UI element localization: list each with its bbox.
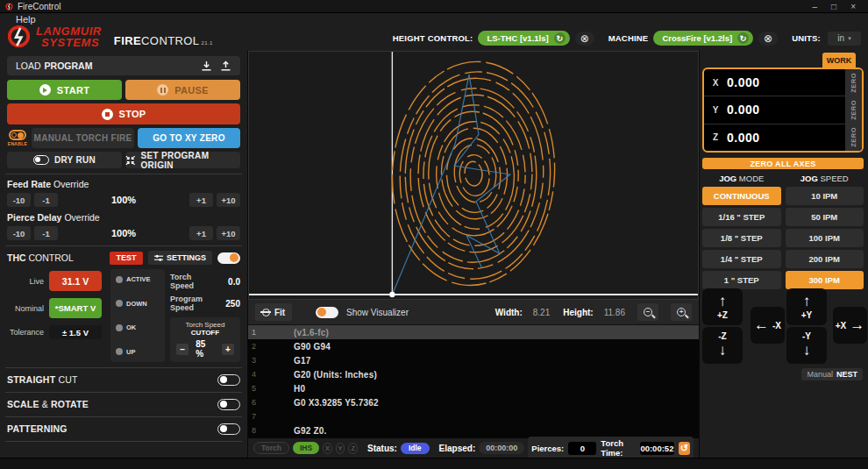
- jog-x-plus-button[interactable]: +X→: [833, 307, 867, 344]
- start-button[interactable]: START: [7, 80, 122, 100]
- pierce-minus-1-button[interactable]: -1: [34, 226, 58, 240]
- jog-mode-column: JOG MODE CONTINUOUS 1/16 " STEP 1/8 " ST…: [702, 173, 781, 289]
- load-program-button[interactable]: LOADPROGRAM: [7, 56, 240, 75]
- refresh-icon[interactable]: ↻: [737, 32, 749, 44]
- straight-cut-toggle[interactable]: [217, 374, 240, 386]
- jog-panel: WORK X 0.000 ZERO Y 0.000 ZERO Z 0.000 Z…: [699, 51, 868, 458]
- gcode-line[interactable]: 5H0: [248, 381, 699, 395]
- close-button[interactable]: ×: [850, 0, 856, 13]
- jog-y-plus-button[interactable]: ↑+Y: [786, 288, 827, 325]
- feed-minus-10-button[interactable]: -10: [7, 193, 31, 207]
- cutoff-value: 85 %: [196, 339, 215, 359]
- patterning-toggle[interactable]: [217, 423, 240, 435]
- zoom-in-button[interactable]: +: [671, 303, 692, 321]
- pierce-plus-10-button[interactable]: +10: [217, 226, 240, 240]
- download-icon[interactable]: [201, 60, 212, 72]
- go-to-xy-zero-button[interactable]: GO TO XY ZERO: [138, 128, 240, 148]
- fit-button[interactable]: Fit: [255, 303, 292, 321]
- gcode-line[interactable]: 8G92 Z0.: [248, 423, 699, 437]
- reset-timers-button[interactable]: ↺: [679, 442, 690, 455]
- jog-z-minus-button[interactable]: -Z↓: [702, 327, 743, 364]
- show-visualizer-toggle[interactable]: [316, 307, 338, 318]
- gcode-line-current[interactable]: 1(v1.6-fc): [248, 325, 699, 339]
- pause-button[interactable]: PAUSE: [125, 80, 240, 100]
- jog-y-minus-button[interactable]: -Y↓: [786, 327, 827, 364]
- jog-speed-200[interactable]: 200 IPM: [786, 250, 864, 268]
- gcode-line[interactable]: 7: [248, 409, 699, 423]
- dro-display: X 0.000 ZERO Y 0.000 ZERO Z 0.000 ZERO: [702, 68, 864, 153]
- pierce-minus-10-button[interactable]: -10: [7, 226, 31, 240]
- jog-mode-sixteenth-step[interactable]: 1/16 " STEP: [702, 208, 781, 226]
- dry-run-button[interactable]: DRY RUN: [7, 152, 122, 168]
- set-program-origin-button[interactable]: SET PROGRAM ORIGIN: [125, 152, 240, 168]
- gcode-line[interactable]: 4G20 (Units: Inches): [248, 367, 699, 381]
- jog-z-plus-button[interactable]: ↑+Z: [702, 288, 743, 325]
- tolerance-value[interactable]: ± 1.5 V: [49, 325, 102, 339]
- stop-button[interactable]: STOP: [7, 103, 240, 124]
- manual-torch-fire-button[interactable]: MANUAL TORCH FIRE: [32, 128, 134, 148]
- brand-top: LANGMUIR: [36, 25, 102, 37]
- gcode-viewer[interactable]: 1(v1.6-fc) 2G90 G94 3G17 4G20 (Units: In…: [248, 325, 699, 438]
- minimize-button[interactable]: –: [813, 0, 818, 13]
- jog-speed-100[interactable]: 100 IPM: [786, 229, 864, 247]
- jog-speed-300[interactable]: 300 IPM: [786, 271, 864, 289]
- height-control-label: HEIGHT CONTROL:: [393, 33, 473, 43]
- thc-test-button[interactable]: TEST: [110, 252, 143, 265]
- jog-mode-continuous[interactable]: CONTINUOUS: [702, 187, 781, 205]
- pause-icon: [157, 84, 168, 96]
- height-control-status[interactable]: LS-THC [v1.1ls]↻: [478, 31, 569, 46]
- program-label: PROGRAM: [45, 60, 93, 71]
- jog-mode-eighth-step[interactable]: 1/8 " STEP: [702, 229, 781, 247]
- units-select[interactable]: in▾: [828, 32, 861, 46]
- maximize-button[interactable]: □: [831, 0, 836, 13]
- load-label: LOAD: [16, 60, 41, 71]
- jog-speed-50[interactable]: 50 IPM: [786, 208, 864, 226]
- zoom-out-button[interactable]: −: [637, 303, 658, 321]
- pierce-plus-1-button[interactable]: +1: [189, 226, 213, 240]
- langmuir-logo-icon: [7, 25, 31, 48]
- patterning-label: PATTERNING: [7, 423, 217, 434]
- jog-pad: ↑+Z -Z↓ ←-X ↑+Y -Y↓ +X→: [702, 288, 865, 366]
- zero-x-button[interactable]: ZERO: [845, 69, 862, 96]
- app-logo-icon: [5, 3, 13, 11]
- disconnect-machine-button[interactable]: ⊗: [758, 32, 778, 46]
- visualizer[interactable]: [248, 51, 699, 300]
- gcode-line[interactable]: 3G17: [248, 353, 699, 367]
- nominal-voltage-value[interactable]: *SMART V: [49, 298, 102, 318]
- machine-status[interactable]: CrossFire [v1.2ls]↻: [653, 31, 753, 46]
- refresh-icon[interactable]: ↻: [554, 32, 566, 44]
- feed-minus-1-button[interactable]: -1: [34, 193, 58, 207]
- cutoff-increase-button[interactable]: +: [222, 344, 234, 355]
- jog-mode-one-inch-step[interactable]: 1 " STEP: [702, 271, 781, 289]
- menu-help[interactable]: Help: [16, 14, 36, 25]
- ok-indicator: [116, 324, 123, 331]
- thc-enable-switch[interactable]: [217, 252, 240, 264]
- gcode-line[interactable]: 2G90 G94: [248, 339, 699, 353]
- manual-nest-toggle[interactable]: Manual NEST: [801, 368, 863, 380]
- thc-settings-button[interactable]: SETTINGS: [148, 251, 212, 265]
- feed-plus-10-button[interactable]: +10: [217, 193, 240, 207]
- tab-work[interactable]: WORK: [822, 53, 856, 68]
- scale-rotate-label: SCALE & ROTATE: [7, 399, 217, 409]
- torch-speed-cutoff: Torch Speed CUTOFF – 85 % +: [170, 317, 240, 362]
- toolpath-visualizer[interactable]: [249, 52, 698, 299]
- zero-all-axes-button[interactable]: ZERO ALL AXES: [702, 158, 864, 169]
- app-window: FireControl – □ × Help LANGMUIR SYSTEMS …: [0, 0, 868, 469]
- cutoff-decrease-button[interactable]: –: [176, 344, 189, 355]
- gcode-line[interactable]: 6G0 X3.9285 Y5.7362: [248, 395, 699, 409]
- disconnect-thc-button[interactable]: ⊗: [575, 32, 594, 46]
- live-voltage-value[interactable]: 31.1 V: [49, 271, 102, 291]
- program-speed-label: Program Speed: [170, 295, 211, 312]
- jog-mode-quarter-step[interactable]: 1/4 " STEP: [702, 250, 781, 268]
- jog-x-minus-button[interactable]: ←-X: [751, 307, 785, 344]
- upload-icon[interactable]: [220, 60, 231, 72]
- feed-plus-1-button[interactable]: +1: [189, 193, 213, 207]
- zero-z-button[interactable]: ZERO: [845, 124, 862, 151]
- zero-y-button[interactable]: ZERO: [845, 96, 862, 123]
- torch-enable-toggle[interactable]: ENABLE: [7, 128, 28, 148]
- scale-rotate-toggle[interactable]: [217, 399, 240, 410]
- jog-speed-10[interactable]: 10 IPM: [786, 187, 864, 205]
- pierce-delay-override-controls: -10 -1 100% +1 +10: [7, 226, 240, 240]
- brand: LANGMUIR SYSTEMS FIRECONTROL21.1: [7, 25, 213, 48]
- elapsed-value: 00:00:00: [479, 442, 524, 454]
